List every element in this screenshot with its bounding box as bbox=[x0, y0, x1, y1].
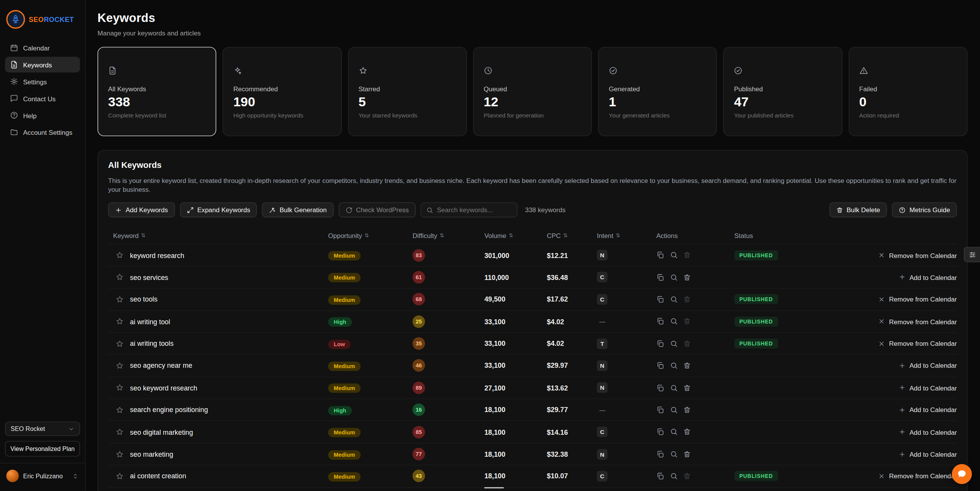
search-icon[interactable] bbox=[670, 273, 677, 281]
star-icon[interactable] bbox=[116, 384, 124, 392]
star-icon[interactable] bbox=[116, 295, 124, 303]
trash-icon[interactable] bbox=[683, 273, 691, 281]
search-icon[interactable] bbox=[670, 406, 677, 414]
trash-icon[interactable] bbox=[683, 340, 691, 347]
search-icon[interactable] bbox=[670, 428, 677, 436]
star-icon[interactable] bbox=[116, 472, 124, 480]
trash-icon[interactable] bbox=[683, 450, 691, 458]
search-icon[interactable] bbox=[670, 384, 677, 392]
help-icon bbox=[899, 207, 906, 214]
stat-card-starred[interactable]: Starred 5 Your starred keywords bbox=[348, 47, 467, 136]
bulk-generation-button[interactable]: Bulk Generation bbox=[262, 203, 333, 218]
add-keywords-button[interactable]: Add Keywords bbox=[108, 203, 175, 218]
table-row: seo services Medium 61 110,000 $36.48 C … bbox=[108, 266, 957, 288]
sidebar-item-keywords[interactable]: Keywords bbox=[5, 57, 80, 73]
search-icon[interactable] bbox=[670, 340, 677, 347]
trash-icon[interactable] bbox=[683, 384, 691, 392]
search-icon[interactable] bbox=[670, 295, 677, 303]
bulk-delete-button[interactable]: Bulk Delete bbox=[829, 203, 887, 218]
calendar-action-button[interactable]: Remove from Calendar bbox=[878, 473, 957, 480]
expand-keywords-button[interactable]: Expand Keywords bbox=[180, 203, 257, 218]
copy-icon[interactable] bbox=[656, 273, 664, 281]
trash-icon[interactable] bbox=[683, 428, 691, 436]
sidebar-item-contact-us[interactable]: Contact Us bbox=[5, 90, 80, 106]
trash-icon[interactable] bbox=[683, 251, 691, 259]
copy-icon[interactable] bbox=[656, 340, 664, 347]
column-header-label: Volume bbox=[484, 232, 506, 239]
column-header-volume[interactable]: Volume ⇅ bbox=[484, 232, 547, 239]
view-personalized-plan-button[interactable]: View Personalized Plan bbox=[5, 441, 80, 457]
column-header-cpc[interactable]: CPC ⇅ bbox=[547, 232, 597, 239]
chat-widget-button[interactable] bbox=[952, 464, 972, 484]
search-icon[interactable] bbox=[670, 251, 677, 259]
copy-icon[interactable] bbox=[656, 472, 664, 480]
volume-value: 33,100 bbox=[484, 340, 547, 347]
stat-card-recommended[interactable]: Recommended 190 High opportunity keyword… bbox=[223, 47, 342, 136]
column-header-keyword[interactable]: Keyword ⇅ bbox=[108, 232, 328, 239]
metrics-guide-button[interactable]: Metrics Guide bbox=[892, 203, 957, 218]
check-wordpress-button[interactable]: Check WordPress bbox=[338, 203, 415, 218]
copy-icon[interactable] bbox=[656, 406, 664, 414]
user-menu[interactable]: Eric Pulizzano bbox=[0, 463, 85, 485]
side-panel-toggle-button[interactable] bbox=[964, 247, 980, 263]
sidebar-item-help[interactable]: Help bbox=[5, 107, 80, 123]
copy-icon[interactable] bbox=[656, 318, 664, 325]
opportunity-badge: Medium bbox=[328, 295, 360, 305]
search-input[interactable] bbox=[437, 206, 512, 214]
search-icon[interactable] bbox=[670, 450, 677, 458]
copy-icon[interactable] bbox=[656, 362, 664, 369]
status-badge: PUBLISHED bbox=[735, 339, 778, 349]
calendar-action-button[interactable]: Remove from Calendar bbox=[878, 340, 957, 347]
calendar-action-button[interactable]: Remove from Calendar bbox=[878, 318, 957, 325]
stat-card-queued[interactable]: Queued 12 Planned for generation bbox=[473, 47, 592, 136]
star-icon[interactable] bbox=[116, 406, 124, 414]
trash-icon[interactable] bbox=[683, 318, 691, 325]
calendar-action-label: Add to Calendar bbox=[909, 406, 957, 414]
star-icon[interactable] bbox=[116, 340, 124, 348]
copy-icon[interactable] bbox=[656, 384, 664, 392]
trash-icon[interactable] bbox=[683, 295, 691, 303]
calendar-action-button[interactable]: Add to Calendar bbox=[899, 362, 957, 369]
column-header-intent[interactable]: Intent ⇅ bbox=[597, 232, 656, 239]
sidebar-item-label: Keywords bbox=[23, 61, 52, 68]
trash-icon[interactable] bbox=[683, 406, 691, 414]
sidebar-item-settings[interactable]: Settings bbox=[5, 74, 80, 89]
sidebar-item-calendar[interactable]: Calendar bbox=[5, 40, 80, 56]
calendar-action-button[interactable]: Add to Calendar bbox=[899, 406, 957, 414]
stat-sublabel: Your published articles bbox=[734, 112, 832, 119]
trash-icon[interactable] bbox=[683, 472, 691, 480]
column-header-opportunity[interactable]: Opportunity ⇅ bbox=[328, 232, 412, 239]
calendar-action-button[interactable]: Add to Calendar bbox=[899, 428, 957, 436]
star-icon[interactable] bbox=[116, 273, 124, 281]
volume-value: 49,500 bbox=[484, 296, 547, 303]
copy-icon[interactable] bbox=[656, 251, 664, 259]
calendar-action-button[interactable]: Add to Calendar bbox=[899, 384, 957, 391]
workspace-select[interactable]: SEO Rocket bbox=[5, 422, 80, 436]
star-icon[interactable] bbox=[116, 251, 124, 259]
column-header-difficulty[interactable]: Difficulty ⇅ bbox=[412, 232, 484, 239]
keywords-table: Keyword ⇅ Opportunity ⇅ Difficulty ⇅ Vol… bbox=[108, 228, 957, 491]
search-icon[interactable] bbox=[670, 318, 677, 325]
stat-card-all-keywords[interactable]: All Keywords 338 Complete keyword list bbox=[97, 47, 217, 136]
star-icon[interactable] bbox=[116, 428, 124, 436]
sidebar-item-account-settings[interactable]: Account Settings bbox=[5, 124, 80, 140]
star-icon[interactable] bbox=[116, 450, 124, 458]
calendar-action-button[interactable]: Remove from Calendar bbox=[878, 251, 957, 259]
star-icon[interactable] bbox=[116, 317, 124, 325]
table-row: keyword research Medium 83 301,000 $12.2… bbox=[108, 244, 957, 266]
all-keywords-panel: All Keywords This is your entire keyword… bbox=[97, 150, 968, 491]
copy-icon[interactable] bbox=[656, 450, 664, 458]
star-icon[interactable] bbox=[116, 362, 124, 370]
stat-card-published[interactable]: Published 47 Your published articles bbox=[723, 47, 842, 136]
x-icon bbox=[878, 296, 885, 303]
copy-icon[interactable] bbox=[656, 295, 664, 303]
search-icon[interactable] bbox=[670, 362, 677, 369]
stat-card-generated[interactable]: Generated 1 Your generated articles bbox=[598, 47, 717, 136]
calendar-action-button[interactable]: Add to Calendar bbox=[899, 450, 957, 457]
calendar-action-button[interactable]: Add to Calendar bbox=[899, 273, 957, 281]
copy-icon[interactable] bbox=[656, 428, 664, 436]
stat-card-failed[interactable]: Failed 0 Action required bbox=[849, 47, 968, 136]
search-icon[interactable] bbox=[670, 472, 677, 480]
calendar-action-button[interactable]: Remove from Calendar bbox=[878, 296, 957, 303]
trash-icon[interactable] bbox=[683, 362, 691, 369]
